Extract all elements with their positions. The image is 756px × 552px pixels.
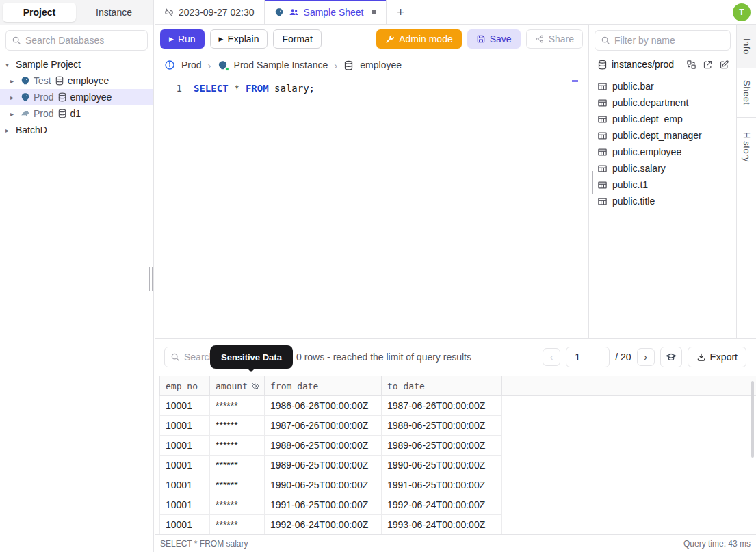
tree-item-test-employee[interactable]: ▸ Test employee [0, 73, 153, 89]
breadcrumb-environment[interactable]: Prod [181, 60, 202, 70]
save-icon [476, 34, 486, 44]
play-icon: ▶ [169, 36, 174, 42]
tab-project[interactable]: Project [3, 3, 76, 22]
table-list-item[interactable]: public.dept_emp [589, 111, 736, 127]
sql-editor[interactable]: 1 SELECT * FROM salary; [155, 77, 588, 338]
user-avatar[interactable]: T [733, 3, 751, 21]
sheet-tab-label: Sample Sheet [304, 7, 364, 18]
table-row[interactable]: 10001 ****** 1992-06-24T00:00:00Z 1993-0… [159, 515, 502, 535]
tab-instance[interactable]: Instance [77, 3, 151, 22]
sidebar-resize-handle[interactable] [149, 267, 153, 291]
cell-amount-masked: ****** [210, 396, 265, 415]
tree-item-prod-employee[interactable]: ▸ Prod employee [0, 89, 153, 105]
results-toolbar: Sensitive Data 0 rows - reached the limi… [155, 339, 756, 376]
table-icon [597, 196, 608, 207]
overview-ruler-mark [572, 80, 578, 82]
table-list-item[interactable]: public.bar [589, 78, 736, 94]
info-icon[interactable] [164, 60, 175, 70]
table-row[interactable]: 10001 ****** 1986-06-26T00:00:00Z 1987-0… [159, 396, 502, 416]
environment-label: Test [34, 75, 51, 86]
tab-history[interactable]: History [737, 118, 756, 176]
sheet-tab-timestamp[interactable]: 2023-09-27 02:30 [155, 0, 265, 24]
table-name: public.dept_manager [612, 130, 702, 141]
column-header-from-date[interactable]: from_date [265, 376, 382, 395]
prev-page-button[interactable]: ‹ [543, 348, 560, 366]
caret-right-icon[interactable]: ▸ [10, 77, 17, 85]
run-button[interactable]: ▶ Run [160, 29, 205, 49]
explain-label: Explain [228, 34, 259, 44]
external-link-icon[interactable] [703, 60, 713, 70]
table-list-item[interactable]: public.department [589, 94, 736, 111]
table-row[interactable]: 10001 ****** 1987-06-26T00:00:00Z 1988-0… [159, 416, 502, 436]
chevron-right-icon: › [334, 60, 337, 71]
new-sheet-button[interactable]: + [387, 0, 415, 24]
cell-amount-masked: ****** [210, 456, 265, 475]
table-icon [597, 180, 608, 190]
table-icon [597, 81, 608, 92]
cell-to-date: 1990-06-25T00:00:00Z [382, 456, 502, 475]
mask-data-button[interactable] [660, 347, 682, 367]
column-header-emp-no[interactable]: emp_no [160, 376, 210, 395]
breadcrumb-database[interactable]: employee [360, 60, 402, 70]
query-results-panel: Sensitive Data 0 rows - reached the limi… [155, 338, 756, 552]
panel-resize-handle[interactable] [447, 334, 466, 337]
schema-sidebar: instances/prod public.bar public.departm… [588, 25, 737, 338]
unsaved-indicator-dot [372, 10, 376, 14]
run-label: Run [178, 34, 196, 44]
export-button[interactable]: Export [688, 347, 746, 367]
caret-right-icon[interactable]: ▸ [5, 127, 12, 134]
sheet-tab-sample-sheet[interactable]: Sample Sheet [265, 0, 387, 24]
table-row[interactable]: 10001 ****** 1988-06-25T00:00:00Z 1989-0… [159, 436, 502, 456]
graduation-cap-icon [666, 352, 677, 363]
save-button[interactable]: Save [467, 29, 521, 49]
database-label: employee [68, 75, 109, 86]
page-number-input[interactable] [566, 347, 610, 367]
caret-right-icon[interactable]: ▸ [10, 94, 17, 101]
column-header-to-date[interactable]: to_date [382, 376, 502, 395]
table-filter[interactable] [595, 30, 731, 51]
cell-to-date: 1993-06-24T00:00:00Z [382, 515, 502, 534]
table-row[interactable]: 10001 ****** 1991-06-25T00:00:00Z 1992-0… [159, 495, 502, 515]
tree-item-prod-d1[interactable]: ▸ Prod d1 [0, 105, 153, 122]
cell-amount-masked: ****** [210, 515, 265, 534]
format-button[interactable]: Format [273, 29, 321, 49]
cell-from-date: 1991-06-25T00:00:00Z [265, 495, 382, 514]
caret-down-icon[interactable]: ▾ [5, 61, 12, 68]
table-row[interactable]: 10001 ****** 1990-06-25T00:00:00Z 1991-0… [159, 475, 502, 495]
people-icon [289, 7, 299, 17]
table-name: public.title [612, 196, 655, 207]
database-search[interactable] [5, 30, 148, 51]
database-icon [343, 60, 354, 70]
tree-item-batchd[interactable]: ▸ BatchD [0, 122, 153, 138]
cell-amount-masked: ****** [210, 475, 265, 495]
admin-mode-button[interactable]: Admin mode [376, 29, 462, 49]
caret-right-icon[interactable]: ▸ [10, 110, 17, 118]
sql-editor-app: Project Instance ▾ Sample Project ▸ Test… [0, 0, 756, 552]
table-list-item[interactable]: public.employee [589, 144, 736, 160]
next-page-button[interactable]: › [637, 348, 655, 366]
table-name: public.department [612, 97, 688, 108]
postgresql-icon [21, 76, 30, 86]
tab-info[interactable]: Info [737, 25, 756, 68]
right-sidebar-resize-handle[interactable] [590, 171, 593, 194]
column-header-amount[interactable]: amount [210, 376, 265, 395]
eye-off-icon [251, 382, 260, 391]
breadcrumb-instance[interactable]: Prod Sample Instance [234, 60, 328, 70]
tab-sheet[interactable]: Sheet [737, 68, 756, 118]
database-search-input[interactable] [25, 35, 142, 46]
schema-diagram-icon[interactable] [686, 60, 696, 70]
explain-button[interactable]: ▶ Explain [210, 29, 268, 49]
download-icon [696, 352, 706, 362]
table-list-item[interactable]: public.dept_manager [589, 127, 736, 144]
table-filter-input[interactable] [614, 35, 725, 46]
table-list-item[interactable]: public.t1 [589, 176, 736, 193]
table-list-item[interactable]: public.salary [589, 160, 736, 176]
code-line: 1 SELECT * FROM salary; [155, 77, 588, 94]
share-button[interactable]: Share [526, 29, 583, 49]
tree-item-sample-project[interactable]: ▾ Sample Project [0, 56, 153, 73]
edit-icon[interactable] [719, 60, 729, 70]
table-row[interactable]: 10001 ****** 1989-06-25T00:00:00Z 1990-0… [159, 456, 502, 475]
table-list-item[interactable]: public.title [589, 193, 736, 209]
results-scrollbar[interactable] [751, 381, 754, 458]
table-icon [597, 98, 608, 108]
